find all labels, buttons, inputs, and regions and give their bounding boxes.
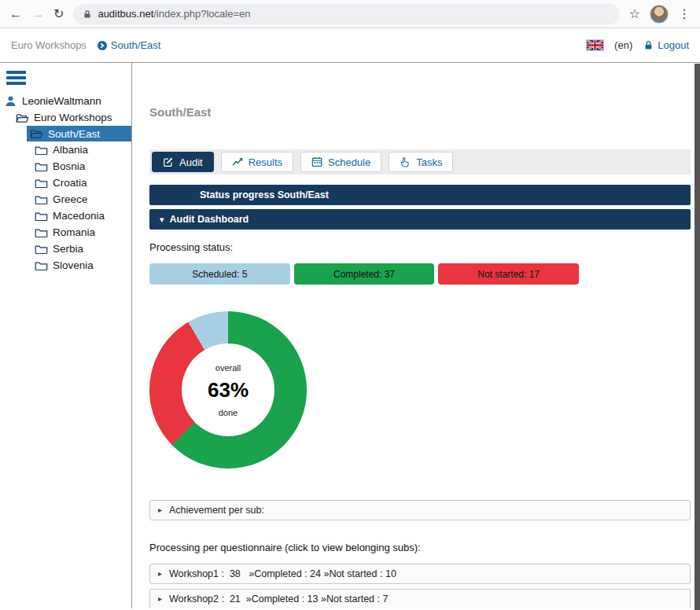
folder-icon [35,227,48,238]
sidebar-item-romania[interactable]: Romania [0,224,131,241]
caret-right-icon: ▸ [158,595,162,603]
tree-label: Greece [53,193,87,205]
user-row[interactable]: LeonieWaltmann [5,95,131,107]
workshop1-panel[interactable]: ▸ Workshop1 : 38 »Completed : 24 »Not st… [149,564,691,584]
folder-icon [35,145,48,156]
main-content: South/East Audit Results Schedule Tasks … [132,63,700,608]
folder-icon [35,260,48,271]
achievement-panel[interactable]: ▸ Achievement per sub: [149,500,691,520]
sidebar-item-greece[interactable]: Greece [0,191,131,208]
logout-label: Logout [658,39,689,51]
folder-icon [35,211,48,222]
edit-icon [163,156,174,167]
caret-right-icon: ▸ [158,506,162,514]
brand-label: Euro Workshops [11,39,87,51]
sidebar-item-euro-workshops[interactable]: Euro Workshops [0,109,131,126]
tab-results[interactable]: Results [221,152,293,172]
app-header: Euro Workshops South/East (en) Logout [0,28,700,63]
status-progress-header[interactable]: Status progress South/East [149,185,691,205]
donut-center-value: 63% [208,378,249,402]
tree-label: Romania [53,226,95,238]
processing-status-label: Processing status: [149,241,700,253]
status-legend: Scheduled: 5 Completed: 37 Not started: … [149,263,579,285]
browser-toolbar: ← → ↻ auditbus.net/index.php?locale=en ☆… [0,0,700,28]
audit-dashboard-header[interactable]: ▾ Audit Dashboard [149,209,691,230]
not-started-badge[interactable]: Not started: 17 [438,263,579,285]
status-progress-label: Status progress South/East [200,189,329,200]
reload-icon[interactable]: ↻ [53,8,64,20]
donut-center: overall 63% done [182,344,274,436]
achievement-label: Achievement per sub: [169,505,264,516]
folder-icon [35,178,48,189]
tab-tasks[interactable]: Tasks [389,152,453,172]
sidebar-item-albania[interactable]: Albania [0,141,131,158]
sidebar-item-serbia[interactable]: Serbia [0,241,131,257]
page-body: LeonieWaltmann Euro Workshops South/East… [0,63,700,608]
donut-center-top: overall [216,363,241,373]
logout-link[interactable]: Logout [643,39,689,51]
padlock-icon [83,9,92,19]
page-title: South/East [149,105,700,119]
workshop2-panel[interactable]: ▸ Workshop2 : 21 »Completed : 13 »Not st… [149,589,691,608]
scheduled-badge[interactable]: Scheduled: 5 [149,263,290,285]
tab-label: Tasks [416,156,442,168]
questionnaire-label: Processing per questionnaire (click to v… [149,542,700,553]
sidebar-item-bosnia[interactable]: Bosnia [0,158,131,175]
line-chart-icon [232,156,243,167]
url-text: auditbus.net/index.php?locale=en [98,8,250,20]
back-icon[interactable]: ← [9,8,22,20]
breadcrumb[interactable]: South/East [98,39,161,51]
menu-icon[interactable] [6,71,26,85]
logout-lock-icon [643,40,654,50]
donut-center-bottom: done [219,408,238,417]
caret-right-icon: ▸ [158,570,162,578]
sidebar-item-croatia[interactable]: Croatia [0,175,131,191]
user-icon [5,95,17,107]
sidebar-item-macedonia[interactable]: Macedonia [0,208,131,224]
tab-label: Schedule [328,156,370,168]
audit-dashboard-label: Audit Dashboard [170,214,249,225]
locale-label[interactable]: (en) [614,39,632,51]
tab-bar: Audit Results Schedule Tasks [149,149,691,175]
scrollbar[interactable] [694,64,700,610]
hand-icon [400,156,411,167]
tab-audit[interactable]: Audit [152,152,214,172]
caret-down-icon: ▾ [160,215,164,224]
sidebar: LeonieWaltmann Euro Workshops South/East… [0,63,132,608]
tab-label: Audit [179,156,203,168]
folder-open-icon [16,112,29,123]
bookmark-star-icon[interactable]: ☆ [629,8,640,20]
url-path: /index.php?locale=en [153,8,250,20]
url-host: auditbus.net [98,8,153,20]
tree-label: Slovenia [53,259,94,271]
profile-avatar[interactable] [650,5,669,24]
completed-badge[interactable]: Completed: 37 [294,263,435,285]
folder-icon [35,161,48,172]
breadcrumb-label: South/East [111,39,161,51]
folder-open-icon [30,128,43,139]
tree-label: Albania [53,144,88,156]
forward-icon[interactable]: → [31,8,44,20]
address-bar[interactable]: auditbus.net/index.php?locale=en [73,4,619,24]
tree-label: South/East [48,128,100,140]
sidebar-item-slovenia[interactable]: Slovenia [0,257,131,274]
tree-label: Serbia [53,243,83,255]
tab-label: Results [249,156,282,168]
tree-label: Croatia [53,177,87,189]
sidebar-item-south-east[interactable]: South/East [27,126,131,141]
uk-flag-icon[interactable] [587,40,603,50]
tree-label: Macedonia [53,210,105,222]
tree-label: Bosnia [53,160,85,172]
folder-icon [35,194,48,205]
donut-chart: overall 63% done [149,311,307,469]
folder-icon [35,244,48,255]
tree-label: Euro Workshops [34,112,112,123]
workshop1-label: Workshop1 : 38 »Completed : 24 »Not star… [169,568,396,579]
user-name: LeonieWaltmann [22,95,101,107]
breadcrumb-arrow-icon [98,41,107,50]
browser-menu-icon[interactable]: ⋮ [678,8,691,20]
tab-schedule[interactable]: Schedule [300,152,381,172]
calendar-icon [311,156,322,167]
workshop2-label: Workshop2 : 21 »Completed : 13 »Not star… [169,593,388,604]
